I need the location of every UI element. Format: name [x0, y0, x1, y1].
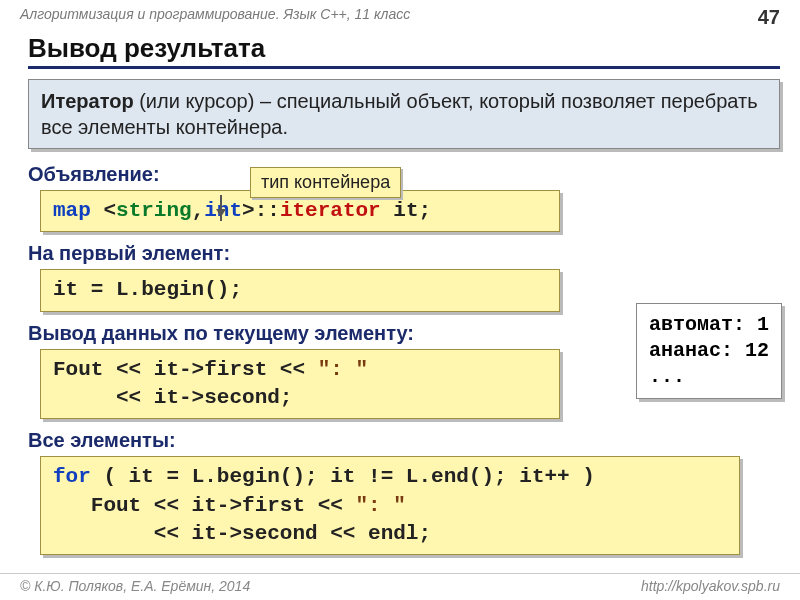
page-number: 47 — [758, 6, 780, 29]
label-first-element: На первый элемент: — [28, 242, 780, 265]
footer-url: http://kpolyakov.spb.ru — [641, 578, 780, 594]
copyright: © К.Ю. Поляков, Е.А. Ерёмин, 2014 — [20, 578, 250, 594]
code-current: Fout << it->first << ": " << it->second; — [40, 349, 560, 420]
page-title: Вывод результата — [28, 33, 780, 69]
pointer-icon — [220, 195, 222, 221]
course-label: Алгоритмизация и программирование. Язык … — [20, 6, 410, 29]
callout-container-type: тип контейнера — [250, 167, 401, 198]
content: Итератор (или курсор) – специальный объе… — [0, 79, 800, 555]
output-box: автомат: 1 ананас: 12 ... — [636, 303, 782, 399]
footer: © К.Ю. Поляков, Е.А. Ерёмин, 2014 http:/… — [0, 573, 800, 594]
header: Алгоритмизация и программирование. Язык … — [0, 0, 800, 29]
label-all-elements: Все элементы: — [28, 429, 780, 452]
definition-text: (или курсор) – специальный объект, котор… — [41, 90, 758, 138]
label-declaration: Объявление: — [28, 163, 780, 186]
code-begin: it = L.begin(); — [40, 269, 560, 311]
code-all: for ( it = L.begin(); it != L.end(); it+… — [40, 456, 740, 555]
definition-box: Итератор (или курсор) – специальный объе… — [28, 79, 780, 149]
definition-term: Итератор — [41, 90, 134, 112]
